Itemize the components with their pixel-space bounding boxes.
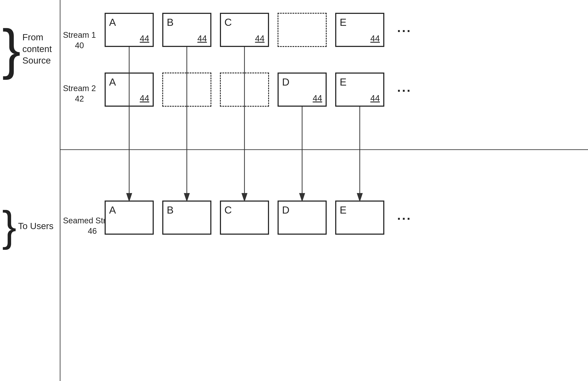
- packet-letter: A: [109, 17, 116, 28]
- seamed-packet-A: A: [105, 201, 154, 235]
- seamed-packet-D: D: [277, 201, 327, 235]
- packet-letter: E: [340, 17, 347, 28]
- packet-letter: E: [340, 204, 347, 216]
- stream2-ellipsis: ···: [397, 83, 412, 98]
- stream2-packet-E: E 44: [335, 73, 384, 107]
- packet-letter: B: [167, 204, 174, 216]
- stream2-packet-C-dashed: [220, 73, 269, 107]
- packet-num: 44: [313, 93, 322, 103]
- packet-letter: A: [109, 204, 116, 216]
- packet-num: 44: [370, 93, 380, 103]
- arrows-svg: [0, 0, 588, 381]
- to-users-label-text: To Users: [18, 220, 54, 232]
- seamed-ellipsis: ···: [397, 211, 412, 226]
- packet-letter: A: [109, 76, 116, 88]
- packet-num: 44: [140, 34, 149, 43]
- packet-letter: D: [282, 204, 290, 216]
- from-label-line3: Source: [22, 55, 52, 67]
- seamed-packet-C: C: [220, 201, 269, 235]
- stream1-label: Stream 1 40: [63, 30, 96, 51]
- stream1-packet-A: A 44: [105, 13, 154, 47]
- stream1-ellipsis: ···: [397, 23, 412, 38]
- to-users-brace: }: [2, 205, 17, 247]
- from-brace: }: [2, 21, 21, 77]
- packet-letter: E: [340, 76, 347, 88]
- seamed-packet-E: E: [335, 201, 384, 235]
- stream2-label: Stream 2 42: [63, 83, 96, 104]
- stream2-packet-A: A 44: [105, 73, 154, 107]
- packet-num: 44: [140, 93, 149, 103]
- from-content-source-label: } From content Source: [2, 21, 52, 77]
- seamed-packet-B: B: [162, 201, 211, 235]
- stream1-packet-E: E 44: [335, 13, 384, 47]
- from-label-line1: From: [22, 32, 52, 43]
- packet-num: 44: [197, 34, 207, 43]
- stream1-packet-C: C 44: [220, 13, 269, 47]
- horizontal-divider: [60, 149, 588, 150]
- packet-num: 44: [370, 34, 380, 43]
- from-label-line2: content: [22, 43, 52, 55]
- diagram: } From content Source } To Users Stream …: [0, 0, 588, 381]
- packet-letter: B: [167, 17, 174, 28]
- packet-letter: C: [224, 204, 232, 216]
- packet-letter: D: [282, 76, 290, 88]
- stream1-packet-B: B 44: [162, 13, 211, 47]
- to-users-label: } To Users: [2, 205, 54, 247]
- packet-num: 44: [255, 34, 265, 43]
- stream2-packet-B-dashed: [162, 73, 211, 107]
- vertical-divider: [60, 0, 61, 381]
- stream2-packet-D: D 44: [277, 73, 327, 107]
- packet-letter: C: [224, 17, 232, 28]
- stream1-packet-D-dashed: [277, 13, 327, 47]
